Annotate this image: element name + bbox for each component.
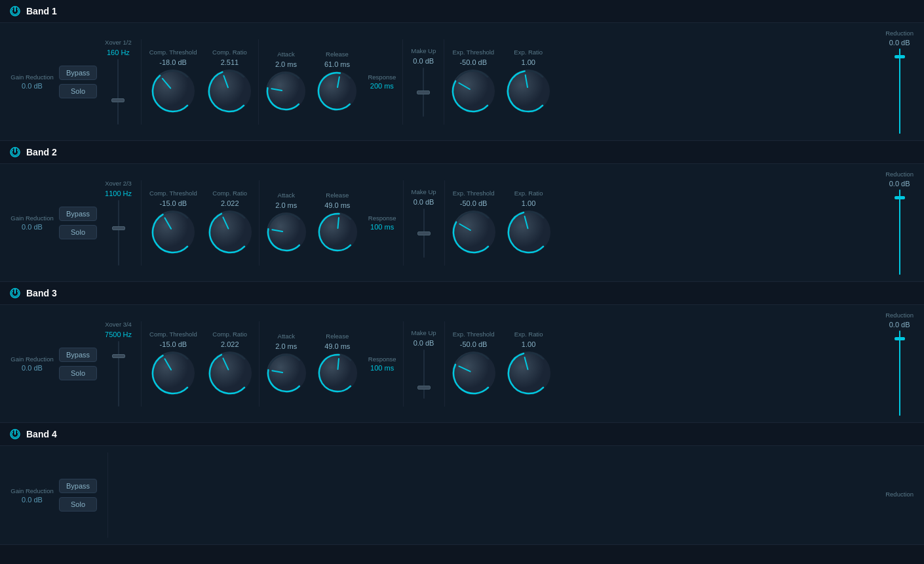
- svg-point-38: [452, 352, 495, 395]
- reduction-value-band1: 0.0 dB: [889, 39, 910, 47]
- svg-point-12: [507, 70, 550, 113]
- power-button-band2[interactable]: [9, 146, 21, 158]
- attack-label-band2: Attack: [278, 191, 295, 199]
- exp-threshold-knob-band2[interactable]: [452, 210, 496, 256]
- svg-line-23: [337, 218, 338, 228]
- exp-threshold-value-band1: -50.0 dB: [459, 58, 487, 66]
- attack-value-band3: 2.0 ms: [275, 342, 297, 350]
- makeup-label-band3: Make Up: [412, 329, 436, 336]
- attack-knob-band2[interactable]: [266, 212, 307, 254]
- solo-btn-band3[interactable]: Solo: [59, 366, 97, 380]
- makeup-value-band3: 0.0 dB: [414, 339, 434, 347]
- comp-threshold-knob-band3[interactable]: [151, 351, 195, 397]
- xover-slider-band2[interactable]: [112, 226, 125, 230]
- makeup-slider-band1[interactable]: [417, 91, 430, 94]
- band-title-band1: Band 1: [26, 6, 57, 16]
- exp-threshold-label-band1: Exp. Threshold: [452, 49, 494, 56]
- makeup-slider-band2[interactable]: [417, 232, 431, 235]
- reduction-value-band3: 0.0 dB: [889, 321, 910, 329]
- exp-threshold-knob-band1[interactable]: [451, 69, 495, 115]
- band-title-band4: Band 4: [26, 429, 57, 439]
- attack-value-band2: 2.0 ms: [275, 201, 297, 209]
- gain-reduction-band2: Gain Reduction 0.0 dB: [5, 214, 59, 231]
- response-label-band1: Response: [368, 73, 396, 81]
- solo-btn-band2[interactable]: Solo: [59, 225, 97, 239]
- reduction-label-band1: Reduction: [885, 30, 914, 37]
- bypass-btn-band4[interactable]: Bypass: [59, 479, 97, 493]
- reduction-value-band2: 0.0 dB: [889, 180, 910, 188]
- exp-threshold-label-band3: Exp. Threshold: [453, 331, 495, 338]
- bypass-btn-band1[interactable]: Bypass: [59, 66, 97, 80]
- comp-ratio-knob-band3[interactable]: [208, 351, 252, 397]
- comp-threshold-value-band1: -18.0 dB: [159, 58, 187, 66]
- reduction-handle-band3[interactable]: [895, 337, 905, 340]
- bypass-btn-band2[interactable]: Bypass: [59, 207, 97, 221]
- svg-point-20: [267, 212, 306, 252]
- response-value-band1: 200 ms: [370, 82, 394, 90]
- exp-ratio-knob-band1[interactable]: [506, 69, 550, 115]
- svg-point-4: [208, 70, 251, 113]
- attack-value-band1: 2.0 ms: [275, 60, 297, 68]
- xover-slider-band3[interactable]: [112, 354, 125, 358]
- reduction-label-band3: Reduction: [885, 312, 914, 319]
- attack-knob-band3[interactable]: [266, 353, 307, 395]
- band-section-band2: Band 2 Gain Reduction 0.0 dB Bypass Solo…: [0, 141, 924, 282]
- reduction-handle-band1[interactable]: [895, 55, 905, 58]
- power-button-band4[interactable]: [9, 428, 21, 440]
- comp-threshold-knob-band1[interactable]: [151, 69, 195, 115]
- gain-reduction-value: 0.0 dB: [22, 364, 43, 372]
- svg-point-34: [267, 353, 306, 393]
- exp-threshold-knob-band3[interactable]: [452, 351, 496, 397]
- attack-label-band1: Attack: [277, 50, 294, 58]
- xover-value-band2: 1100 Hz: [105, 190, 132, 197]
- exp-threshold-value-band3: -50.0 dB: [460, 340, 488, 348]
- release-value-band1: 61.0 ms: [324, 60, 350, 68]
- solo-btn-band4[interactable]: Solo: [59, 497, 97, 512]
- reduction-label-band4: Reduction: [885, 491, 914, 498]
- response-label-band2: Response: [368, 214, 396, 222]
- reduction-label-band2: Reduction: [885, 171, 914, 178]
- svg-point-24: [452, 211, 495, 254]
- makeup-value-band1: 0.0 dB: [413, 57, 434, 65]
- gain-reduction-band3: Gain Reduction 0.0 dB: [5, 355, 59, 372]
- makeup-slider-band3[interactable]: [417, 386, 431, 390]
- response-value-band2: 100 ms: [370, 223, 394, 231]
- exp-ratio-label-band1: Exp. Ratio: [514, 49, 543, 56]
- comp-ratio-knob-band1[interactable]: [207, 69, 252, 115]
- svg-point-18: [208, 211, 252, 254]
- response-value-band3: 100 ms: [370, 364, 394, 372]
- reduction-handle-band2[interactable]: [895, 196, 905, 199]
- exp-ratio-knob-band3[interactable]: [507, 351, 551, 397]
- svg-line-37: [337, 359, 338, 369]
- svg-point-10: [452, 70, 495, 113]
- power-button-band1[interactable]: [9, 5, 21, 17]
- release-value-band2: 49.0 ms: [324, 201, 350, 209]
- makeup-label-band2: Make Up: [412, 188, 436, 195]
- release-knob-band1[interactable]: [317, 71, 357, 113]
- comp-ratio-knob-band2[interactable]: [208, 210, 252, 256]
- gain-reduction-label: Gain Reduction: [10, 214, 53, 222]
- response-label-band3: Response: [368, 355, 396, 363]
- svg-point-2: [151, 70, 195, 113]
- xover-slider-band1[interactable]: [111, 98, 125, 102]
- release-knob-band2[interactable]: [317, 212, 358, 254]
- bypass-btn-band3[interactable]: Bypass: [59, 348, 97, 362]
- comp-threshold-knob-band2[interactable]: [151, 210, 195, 256]
- attack-knob-band1[interactable]: [265, 71, 306, 113]
- comp-ratio-value-band1: 2.511: [221, 58, 239, 66]
- attack-label-band3: Attack: [278, 332, 295, 340]
- gain-reduction-band1: Gain Reduction 0.0 dB: [5, 73, 59, 90]
- exp-ratio-knob-band2[interactable]: [507, 210, 551, 256]
- comp-threshold-label-band3: Comp. Threshold: [149, 331, 197, 338]
- power-button-band3[interactable]: [9, 287, 21, 299]
- comp-ratio-label-band3: Comp. Ratio: [212, 331, 247, 338]
- comp-threshold-value-band2: -15.0 dB: [160, 199, 187, 207]
- xover-label-band3: Xover 3/4: [105, 321, 132, 328]
- comp-ratio-value-band2: 2.022: [221, 199, 239, 207]
- solo-btn-band1[interactable]: Solo: [59, 84, 97, 98]
- exp-threshold-value-band2: -50.0 dB: [460, 199, 488, 207]
- gain-reduction-label: Gain Reduction: [10, 73, 53, 81]
- svg-point-22: [318, 212, 357, 252]
- release-knob-band3[interactable]: [317, 353, 358, 395]
- comp-threshold-label-band1: Comp. Threshold: [149, 49, 197, 56]
